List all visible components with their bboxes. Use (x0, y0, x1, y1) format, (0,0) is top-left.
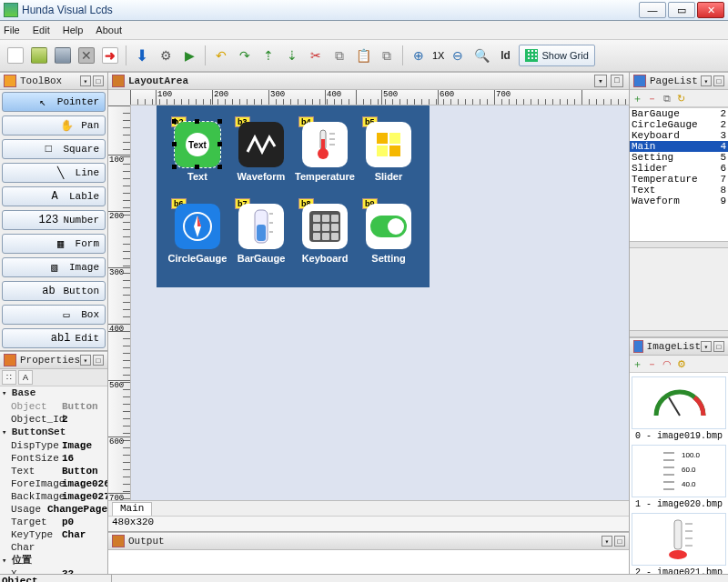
pin-icon[interactable]: □ (614, 536, 625, 547)
imagelist-header[interactable]: ImageList ▾□ (630, 337, 728, 356)
canvas-item-text[interactable]: b2TextText (166, 122, 229, 182)
canvas-item-waveform[interactable]: b3Waveform (229, 122, 293, 182)
prop-row[interactable]: Targetp0 (0, 516, 107, 528)
copy-page-icon[interactable]: ⧉ (661, 93, 672, 105)
exit-icon[interactable]: ➜ (100, 45, 120, 65)
tool-square[interactable]: □Square (0, 137, 107, 161)
prop-row[interactable]: ForeImageimage026.bmp (0, 477, 107, 490)
settings-icon[interactable]: ⚙ (156, 45, 176, 65)
tool-button[interactable]: abButton (0, 279, 107, 303)
prop-row[interactable]: FontSize16 (0, 452, 107, 465)
pin-icon[interactable]: □ (611, 75, 623, 87)
maximize-button[interactable]: ▭ (668, 2, 695, 18)
download-icon[interactable]: ⬇ (132, 45, 152, 65)
page[interactable]: b2TextTextb3Waveformb4Temperatureb5Slide… (157, 105, 430, 287)
properties-grid[interactable]: BaseObjectButtonObject_Id2ButtonSetDispT… (0, 386, 107, 574)
page-tab-main[interactable]: Main (112, 502, 152, 516)
add-page-icon[interactable]: ＋ (632, 93, 643, 105)
page-row[interactable]: Waveform9 (630, 196, 728, 206)
prop-row[interactable]: KeyTypeChar (0, 528, 107, 541)
dropdown-icon[interactable]: ▾ (602, 536, 612, 547)
prop-row[interactable]: Object_Id2 (0, 413, 107, 426)
menu-file[interactable]: File (4, 25, 20, 35)
id-icon[interactable]: Id (495, 45, 515, 65)
gauge-image-icon[interactable]: ◠ (661, 358, 672, 370)
remove-image-icon[interactable]: － (646, 358, 658, 370)
delete-icon[interactable]: ✕ (76, 45, 96, 65)
canvas-item-keyboard[interactable]: b8Keyboard (293, 204, 357, 264)
refresh-page-icon[interactable]: ↻ (675, 93, 687, 105)
pin-icon[interactable]: □ (93, 355, 104, 366)
layout-header[interactable]: LayoutArea ▾ □ (108, 72, 629, 90)
tool-number[interactable]: 123Number (0, 208, 107, 232)
tool-lable[interactable]: ALable (0, 185, 107, 208)
toolbox-header[interactable]: ToolBox ▾□ (0, 72, 107, 90)
canvas-item-circlegauge[interactable]: b6CircleGauge (166, 204, 229, 264)
tool-line[interactable]: ╲Line (0, 161, 107, 185)
add-image-icon[interactable]: ＋ (632, 358, 643, 370)
canvas-item-bargauge[interactable]: b7BarGauge (229, 204, 293, 264)
close-button[interactable]: ✕ (697, 2, 724, 18)
prop-row[interactable]: TextButton (0, 465, 107, 477)
page-row[interactable]: BarGauge2 (630, 108, 728, 119)
redo-icon[interactable]: ↷ (235, 45, 255, 65)
minimize-button[interactable]: — (639, 2, 666, 18)
image-thumb[interactable] (632, 376, 726, 429)
page-row[interactable]: Slider6 (630, 163, 728, 174)
copy-icon[interactable]: ⧉ (329, 45, 349, 65)
image-thumb[interactable] (632, 513, 726, 566)
page-row[interactable]: Keyboard3 (630, 130, 728, 141)
prop-row[interactable]: BackImageimage027.bmp (0, 490, 107, 503)
output-header[interactable]: Output ▾□ (108, 532, 629, 550)
canvas-item-temperature[interactable]: b4Temperature (293, 122, 357, 182)
pin-icon[interactable]: □ (713, 75, 724, 86)
zoom-out-icon[interactable]: ⊖ (448, 45, 468, 65)
run-icon[interactable]: ▶ (179, 45, 199, 65)
open-icon[interactable] (29, 45, 49, 65)
prop-row[interactable]: DispTypeImage (0, 439, 107, 452)
menu-edit[interactable]: Edit (33, 25, 50, 35)
prop-group[interactable]: 位置 (0, 554, 107, 567)
new-icon[interactable] (5, 45, 25, 65)
dropdown-icon[interactable]: ▾ (594, 75, 607, 87)
canvas[interactable]: b2TextTextb3Waveformb4Temperatureb5Slide… (131, 105, 629, 500)
dropdown-icon[interactable]: ▾ (80, 355, 91, 366)
align-up-icon[interactable]: ⇡ (258, 45, 278, 65)
properties-header[interactable]: Properties ▾□ (0, 351, 107, 369)
menu-help[interactable]: Help (63, 25, 84, 35)
pin-icon[interactable]: □ (93, 75, 104, 86)
cut-icon[interactable]: ✂ (306, 45, 326, 65)
tool-pointer[interactable]: ↖Pointer (0, 90, 107, 114)
dropdown-icon[interactable]: ▾ (701, 341, 712, 352)
tool-edit[interactable]: ablEdit (0, 326, 107, 350)
menu-about[interactable]: About (96, 25, 122, 35)
paste-icon[interactable]: 📋 (353, 45, 373, 65)
alpha-icon[interactable]: A (18, 370, 33, 385)
show-grid-button[interactable]: Show Grid (519, 45, 594, 66)
dropdown-icon[interactable]: ▾ (80, 75, 91, 86)
splitter-1[interactable] (630, 241, 728, 248)
save-icon[interactable] (53, 45, 73, 65)
page-row[interactable]: Main4 (630, 141, 728, 152)
tool-form[interactable]: ▦Form (0, 232, 107, 256)
pin-icon[interactable]: □ (713, 341, 724, 352)
prop-row[interactable]: ObjectButton (0, 400, 107, 413)
canvas-item-setting[interactable]: b9Setting (357, 204, 420, 264)
page-row[interactable]: Text8 (630, 185, 728, 196)
splitter-2[interactable] (630, 330, 728, 337)
prop-row[interactable]: UsageChangePage (0, 503, 107, 516)
canvas-item-slider[interactable]: b5Slider (357, 122, 420, 182)
tool-pan[interactable]: ✋Pan (0, 114, 107, 137)
prop-group[interactable]: Base (0, 386, 107, 400)
prop-group[interactable]: ButtonSet (0, 426, 107, 439)
page-row[interactable]: CircleGauge2 (630, 119, 728, 130)
tool-image[interactable]: ▧Image (0, 256, 107, 279)
tool-box[interactable]: ▭Box (0, 303, 107, 326)
duplicate-icon[interactable]: ⧉ (377, 45, 397, 65)
image-thumb[interactable]: 100.060.040.0 (632, 445, 726, 497)
pagelist-body[interactable]: BarGauge2CircleGauge2Keyboard3Main4Setti… (630, 107, 728, 241)
pagelist-header[interactable]: PageList ▾□ (630, 72, 728, 90)
config-image-icon[interactable]: ⚙ (675, 358, 687, 370)
undo-icon[interactable]: ↶ (211, 45, 231, 65)
zoom-in-icon[interactable]: ⊕ (409, 45, 429, 65)
